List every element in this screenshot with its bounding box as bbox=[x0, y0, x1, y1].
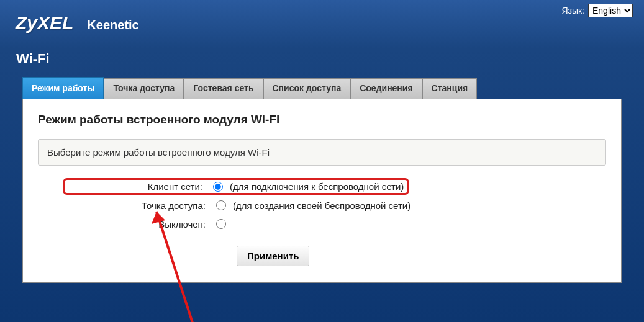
brand-logo: ZyXEL bbox=[16, 12, 73, 34]
tab-mode[interactable]: Режим работы bbox=[22, 77, 104, 99]
tab-station[interactable]: Станция bbox=[422, 78, 478, 99]
tab-connections[interactable]: Соединения bbox=[350, 78, 422, 99]
radio-client[interactable] bbox=[213, 182, 223, 192]
option-desc-ap: (для создания своей беспроводной сети) bbox=[230, 200, 410, 211]
option-label-client: Клиент сети: bbox=[66, 181, 209, 192]
language-select[interactable]: English bbox=[588, 4, 633, 17]
apply-button[interactable]: Применить bbox=[237, 246, 309, 266]
section-heading: Режим работы встроенного модуля Wi-Fi bbox=[38, 113, 606, 127]
tab-bar: Режим работы Точка доступа Гостевая сеть… bbox=[22, 78, 644, 99]
mode-form: Клиент сети: (для подключения к беспрово… bbox=[63, 178, 606, 266]
content-panel: Режим работы встроенного модуля Wi-Fi Вы… bbox=[22, 99, 622, 283]
radio-ap[interactable] bbox=[216, 200, 226, 210]
header: ZyXEL Keenetic bbox=[0, 0, 644, 34]
option-row-client: Клиент сети: (для подключения к беспрово… bbox=[63, 178, 606, 195]
page-title: Wi-Fi bbox=[16, 51, 644, 67]
option-desc-client: (для подключения к беспроводной сети) bbox=[227, 181, 404, 192]
annotation-highlight: Клиент сети: (для подключения к беспрово… bbox=[63, 178, 409, 195]
language-label: Язык: bbox=[561, 6, 584, 16]
option-label-ap: Точка доступа: bbox=[63, 200, 212, 211]
option-row-ap: Точка доступа: (для создания своей беспр… bbox=[63, 197, 606, 213]
product-name: Keenetic bbox=[87, 18, 138, 32]
radio-off[interactable] bbox=[216, 219, 226, 229]
tab-access-point[interactable]: Точка доступа bbox=[104, 78, 184, 99]
tab-guest-network[interactable]: Гостевая сеть bbox=[184, 78, 263, 99]
option-row-off: Выключен: bbox=[63, 216, 606, 232]
instruction-box: Выберите режим работы встроенного модуля… bbox=[38, 139, 606, 166]
option-label-off: Выключен: bbox=[63, 219, 212, 230]
tab-access-list[interactable]: Список доступа bbox=[263, 78, 351, 99]
language-bar: Язык: English bbox=[561, 4, 633, 17]
